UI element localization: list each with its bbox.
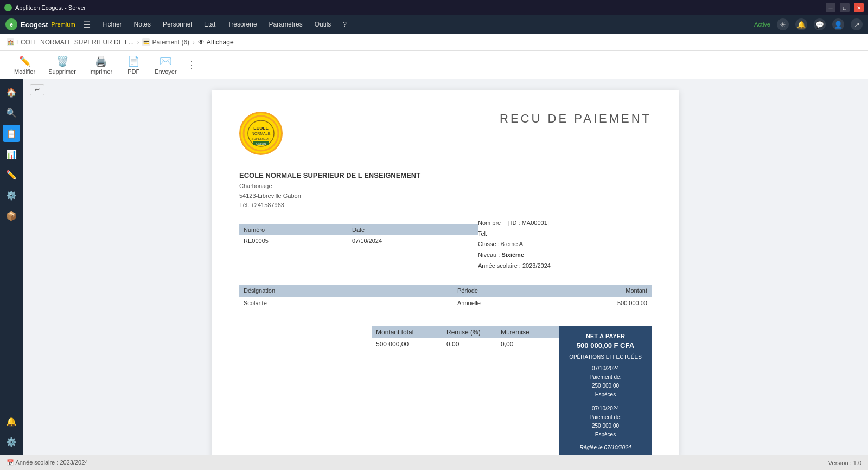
sidebar-reports[interactable]: 📊 [3,145,20,163]
menu-etat[interactable]: Etat [199,18,221,30]
modifier-icon: ✏️ [19,55,31,67]
chat-icon[interactable]: 💬 [814,18,826,30]
breadcrumb-home[interactable]: 🏫 ECOLE NORMALE SUPERIEUR DE L... [7,38,134,46]
brand: e Ecogest Premium [5,18,75,30]
client-niveau: Niveau : Sixième [478,250,652,261]
status-right: Version : 1.0 [828,460,861,466]
op-entry-2: 07/10/2024 Paiement de: 250 000,00 Espèc… [568,404,643,439]
breadcrumb-current-label: Affichage [207,38,234,46]
svg-text:GABON: GABON [256,142,266,145]
sidebar-home[interactable]: 🏠 [3,83,20,101]
version-text: Version : 1.0 [828,460,861,466]
receipt-table-header: Numéro Date [239,224,478,235]
menu-parametres[interactable]: Paramètres [264,18,308,30]
menu-notes[interactable]: Notes [129,18,156,30]
pdf-icon: 📄 [127,55,139,67]
menu-personnel[interactable]: Personnel [157,18,197,30]
pdf-button[interactable]: 📄 PDF [120,53,147,77]
imprimer-icon: 🖨️ [95,55,107,67]
school-icon: 🏫 [7,38,14,46]
close-button[interactable]: ✕ [854,3,864,12]
op1-date: 07/10/2024 [568,364,643,373]
envoyer-icon: ✉️ [159,55,171,67]
doc-logo-area: ECOLE NORMALE SUPERIEUR GABON [239,112,283,160]
receipt-title: RECU DE PAIEMENT [500,112,652,126]
client-info: Nom pre [ ID : MA00001] Tel. Classe : 6 … [478,218,652,272]
status-bar: 📅 Année scolaire : 2023/2024 Version : 1… [0,455,868,470]
receipt-number: RE00005 [244,237,352,244]
menu-fichier[interactable]: Fichier [97,18,127,30]
sidebar-notifications[interactable]: 🔔 [3,413,20,430]
op-entry-1: 07/10/2024 Paiement de: 250 000,00 Espèc… [568,364,643,399]
back-button[interactable]: ↩ [30,84,44,95]
more-options-icon[interactable]: ⋮ [187,59,196,71]
sidebar-packages[interactable]: 📦 [3,207,20,224]
periode-header: Période [457,287,582,294]
minimize-button[interactable]: ─ [826,3,835,12]
app-icon [4,4,12,11]
op2-amount: 250 000,00 [568,422,643,430]
main-layout: 🏠 🔍 📋 📊 ✏️ ⚙️ 📦 🔔 ⚙️ ↩ [0,79,868,455]
view-icon: 👁 [198,38,205,46]
receipt-date: 07/10/2024 [352,237,417,244]
bell-icon[interactable]: 🔔 [795,18,807,30]
paiement-icon: 💳 [142,38,150,46]
sidebar-edit[interactable]: ✏️ [3,166,20,183]
logout-icon[interactable]: ↗ [851,18,863,30]
receipt-table-left: Numéro Date RE00005 07/10/2024 [239,218,478,272]
imprimer-button[interactable]: 🖨️ Imprimer [84,53,118,77]
org-info: ECOLE NORMALE SUPERIEUR DE L ENSEIGNEMEN… [239,171,652,210]
maximize-button[interactable]: □ [840,3,850,12]
sun-icon[interactable]: ☀ [777,18,789,30]
client-name: Nom pre [478,220,501,226]
breadcrumb-sep-2: › [193,39,195,46]
doc-title-area: RECU DE PAIEMENT [500,112,652,126]
item-designation: Scolarité [244,300,457,306]
item-row: Scolarité Annuelle 500 000,00 [239,297,652,310]
summary-row: 500 000,00 0,00 0,00 [372,338,559,350]
item-montant: 500 000,00 [582,300,647,306]
status-left: 📅 Année scolaire : 2023/2024 [7,459,88,466]
receipt-table-row: RE00005 07/10/2024 [239,235,478,246]
active-status: Active [754,21,770,28]
items-header: Désignation Période Montant [239,285,652,297]
menu-outils[interactable]: Outils [309,18,337,30]
menu-bar-right: Active ☀ 🔔 💬 👤 ↗ [754,18,863,30]
items-table: Désignation Période Montant Scolarité An… [239,285,652,310]
menu-help[interactable]: ? [337,18,352,30]
op2-mode: Espèces [568,430,643,439]
net-title: NET À PAYER [568,333,643,339]
item-periode: Annuelle [457,300,582,306]
totals-section: Montant total Remise (%) Mt.remise 500 0… [239,326,652,455]
org-address: 54123-Libreville Gabon [239,191,652,201]
sidebar-settings[interactable]: ⚙️ [3,186,20,204]
sidebar-preferences[interactable]: ⚙️ [3,433,20,450]
user-icon[interactable]: 👤 [832,18,844,30]
breadcrumb-paiement-label: Paiement (6) [152,38,189,46]
num-header: Numéro [244,227,352,233]
brand-name: Ecogest [21,21,48,29]
pdf-label: PDF [127,68,139,75]
client-classe: Classe : 6 ème A [478,239,652,250]
breadcrumb-home-label: ECOLE NORMALE SUPERIEUR DE L... [16,38,134,46]
menu-tresorerie[interactable]: Trésorerie [222,18,262,30]
op2-label: Paiement de: [568,413,643,422]
brand-tier: Premium [52,21,75,28]
title-bar: Applitech Ecogest - Server ─ □ ✕ [0,0,868,15]
content-area[interactable]: ↩ ECOLE NORMALE SUPERIEUR [23,79,868,455]
client-name-id: Nom pre [ ID : MA00001] [478,218,652,229]
supprimer-button[interactable]: 🗑️ Supprimer [43,53,81,77]
modifier-button[interactable]: ✏️ Modifier [9,53,41,77]
op2-date: 07/10/2024 [568,404,643,413]
op1-amount: 250 000,00 [568,382,643,390]
receipt-table: Numéro Date RE00005 07/10/2024 Nom pre [… [239,218,652,272]
breadcrumb-paiement[interactable]: 💳 Paiement (6) [142,38,189,46]
sidebar-documents[interactable]: 📋 [3,125,20,142]
hamburger-menu[interactable]: ☰ [83,20,91,30]
summary-section: Montant total Remise (%) Mt.remise 500 0… [372,326,559,455]
title-bar-text: Applitech Ecogest - Server [15,4,86,11]
envoyer-button[interactable]: ✉️ Envoyer [149,53,182,77]
annee-scolaire-text: Année scolaire : 2023/2024 [15,459,88,466]
title-bar-left: Applitech Ecogest - Server [4,4,86,11]
sidebar-search[interactable]: 🔍 [3,104,20,121]
